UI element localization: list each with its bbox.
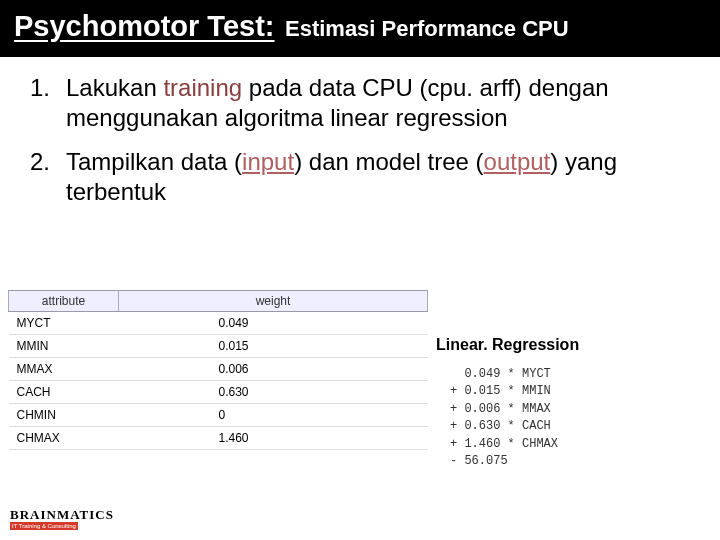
table-row: MMAX 0.006 bbox=[9, 358, 428, 381]
slide-title-bar: Psychomotor Test: Estimasi Performance C… bbox=[0, 0, 720, 57]
title-sub: Estimasi Performance CPU bbox=[285, 16, 569, 41]
cell-attr: MYCT bbox=[9, 312, 119, 335]
text: Tampilkan data ( bbox=[66, 148, 242, 175]
cell-attr: CHMAX bbox=[9, 427, 119, 450]
regression-equation: 0.049 * MYCT + 0.015 * MMIN + 0.006 * MM… bbox=[436, 366, 706, 470]
table-row: CACH 0.630 bbox=[9, 381, 428, 404]
col-weight: weight bbox=[119, 291, 428, 312]
table-row: CHMIN 0 bbox=[9, 404, 428, 427]
cell-attr: MMIN bbox=[9, 335, 119, 358]
brand-name: BRAINMATICS bbox=[10, 508, 114, 521]
table-row: MMIN 0.015 bbox=[9, 335, 428, 358]
instruction-item-1: Lakukan training pada data CPU (cpu. arf… bbox=[30, 73, 690, 133]
cell-weight: 0.015 bbox=[119, 335, 428, 358]
eq-line: + 1.460 * CHMAX bbox=[450, 436, 706, 453]
cell-weight: 0.630 bbox=[119, 381, 428, 404]
table-row: MYCT 0.049 bbox=[9, 312, 428, 335]
title-main: Psychomotor Test: bbox=[14, 10, 275, 42]
instruction-list: Lakukan training pada data CPU (cpu. arf… bbox=[30, 73, 690, 207]
cell-weight: 1.460 bbox=[119, 427, 428, 450]
regression-output: Linear. Regression 0.049 * MYCT + 0.015 … bbox=[436, 336, 706, 470]
cell-attr: MMAX bbox=[9, 358, 119, 381]
highlight-output: output bbox=[484, 148, 551, 175]
cell-attr: CHMIN bbox=[9, 404, 119, 427]
highlight-input: input bbox=[242, 148, 294, 175]
col-attribute: attribute bbox=[9, 291, 119, 312]
cell-weight: 0 bbox=[119, 404, 428, 427]
cell-weight: 0.006 bbox=[119, 358, 428, 381]
footer-logo: BRAINMATICS IT Training & Consulting bbox=[10, 508, 114, 530]
instruction-item-2: Tampilkan data (input) dan model tree (o… bbox=[30, 147, 690, 207]
eq-line: - 56.075 bbox=[450, 453, 706, 470]
attribute-weight-table: attribute weight MYCT 0.049 MMIN 0.015 M… bbox=[8, 290, 428, 450]
brand-tagline: IT Training & Consulting bbox=[10, 522, 78, 530]
highlight-training: training bbox=[163, 74, 242, 101]
table-header-row: attribute weight bbox=[9, 291, 428, 312]
eq-line: + 0.015 * MMIN bbox=[450, 383, 706, 400]
body-content: Lakukan training pada data CPU (cpu. arf… bbox=[0, 57, 720, 207]
regression-title: Linear. Regression bbox=[436, 336, 706, 354]
eq-line: 0.049 * MYCT bbox=[450, 366, 706, 383]
text: ) dan model tree ( bbox=[294, 148, 483, 175]
eq-line: + 0.630 * CACH bbox=[450, 418, 706, 435]
cell-weight: 0.049 bbox=[119, 312, 428, 335]
text: Lakukan bbox=[66, 74, 163, 101]
eq-line: + 0.006 * MMAX bbox=[450, 401, 706, 418]
cell-attr: CACH bbox=[9, 381, 119, 404]
table-row: CHMAX 1.460 bbox=[9, 427, 428, 450]
